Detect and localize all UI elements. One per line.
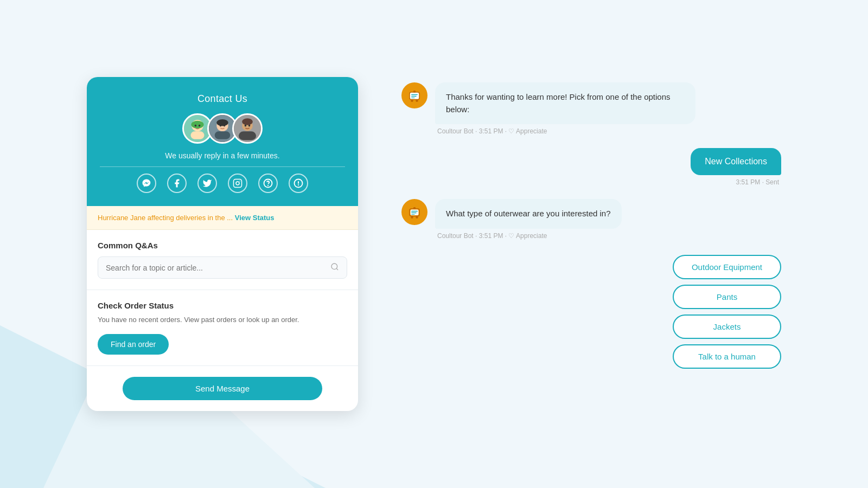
svg-point-19 [236, 182, 239, 185]
panel-title: Contact Us [100, 93, 345, 105]
social-icons [100, 174, 345, 193]
option-pants[interactable]: Pants [673, 285, 781, 309]
order-section: Check Order Status You have no recent or… [87, 290, 358, 365]
svg-point-2 [191, 121, 203, 129]
svg-point-4 [199, 125, 201, 127]
bot-bubble-2: What type of outerwear are you intereste… [435, 199, 622, 229]
svg-point-3 [195, 125, 197, 127]
bot-meta-text-2: Coultour Bot · 3:51 PM · ♡ Appreciate [437, 232, 547, 240]
messenger-icon[interactable] [137, 174, 156, 193]
panel-header: Contact Us [87, 77, 358, 206]
search-box[interactable] [98, 256, 347, 279]
bot-content-1: Thanks for wanting to learn more! Pick f… [435, 82, 695, 135]
bot-meta-1: Coultour Bot · 3:51 PM · ♡ Appreciate [435, 127, 695, 135]
svg-rect-44 [413, 207, 416, 209]
facebook-icon[interactable] [167, 174, 187, 193]
option-outdoor-equipment[interactable]: Outdoor Equipment [673, 255, 781, 279]
panel-footer: Send Message [87, 365, 358, 411]
svg-point-16 [248, 125, 251, 127]
svg-rect-11 [215, 132, 231, 139]
order-title: Check Order Status [98, 301, 347, 310]
agent-avatar-3 [232, 113, 263, 144]
search-input[interactable] [106, 264, 330, 272]
bot-avatar-1 [401, 82, 427, 108]
svg-rect-34 [413, 91, 416, 93]
svg-point-15 [245, 125, 247, 127]
view-status-link[interactable]: View Status [235, 214, 275, 222]
svg-point-9 [220, 125, 222, 127]
user-message-1: New Collections 3:51 PM · Sent [401, 148, 781, 186]
svg-point-14 [242, 119, 253, 126]
search-icon [330, 262, 339, 273]
twitter-icon[interactable] [197, 174, 217, 193]
bot-content-2: What type of outerwear are you intereste… [435, 199, 622, 240]
svg-line-27 [336, 268, 338, 270]
svg-point-26 [331, 264, 337, 269]
bot-meta-2: Coultour Bot · 3:51 PM · ♡ Appreciate [435, 232, 622, 240]
chat-panel: Thanks for wanting to learn more! Pick f… [401, 77, 781, 369]
user-bubble-1: New Collections [691, 148, 781, 175]
svg-rect-17 [239, 132, 256, 140]
order-description: You have no recent orders. View past ord… [98, 314, 347, 325]
find-order-button[interactable]: Find an order [98, 334, 169, 355]
reply-text: We usually reply in a few minutes. [100, 151, 345, 160]
bot-meta-text-1: Coultour Bot · 3:51 PM · ♡ Appreciate [437, 127, 547, 135]
svg-point-20 [239, 181, 240, 182]
svg-rect-18 [234, 179, 242, 188]
qa-title: Common Q&As [98, 241, 347, 250]
svg-rect-5 [191, 132, 205, 139]
agent-avatars [100, 113, 345, 144]
svg-point-8 [216, 119, 228, 126]
alert-banner: Hurricane Jane affecting deliveries in t… [87, 206, 358, 230]
send-message-button[interactable]: Send Message [123, 377, 322, 400]
option-talk-to-human[interactable]: Talk to a human [673, 344, 781, 369]
bot-message-2: What type of outerwear are you intereste… [401, 199, 781, 240]
user-meta-text: 3:51 PM · Sent [736, 178, 779, 186]
svg-point-10 [224, 125, 226, 127]
contact-panel: Contact Us [87, 77, 358, 411]
alert-icon[interactable] [289, 174, 308, 193]
header-divider [100, 166, 345, 167]
alert-text: Hurricane Jane affecting deliveries in t… [98, 214, 233, 222]
option-buttons: Outdoor Equipment Pants Jackets Talk to … [401, 255, 781, 369]
main-container: Contact Us [54, 55, 814, 433]
user-meta-1: 3:51 PM · Sent [736, 178, 781, 186]
instagram-icon[interactable] [228, 174, 247, 193]
option-jackets[interactable]: Jackets [673, 314, 781, 339]
bot-bubble-1: Thanks for wanting to learn more! Pick f… [435, 82, 695, 124]
qa-section: Common Q&As [87, 230, 358, 290]
help-icon[interactable] [258, 174, 278, 193]
bot-avatar-2 [401, 199, 427, 225]
bot-message-1: Thanks for wanting to learn more! Pick f… [401, 82, 781, 135]
